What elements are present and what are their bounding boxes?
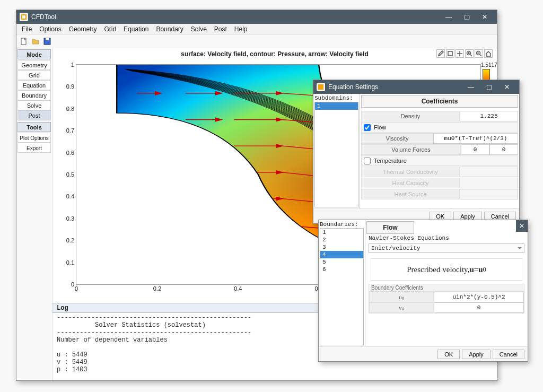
list-item[interactable]: 2 (320, 236, 363, 243)
mode-equation-button[interactable]: Equation (17, 80, 51, 90)
eq-titlebar[interactable]: Equation Settings — ▢ ✕ (313, 80, 519, 94)
heat-source-label: Heat Source (361, 189, 460, 199)
eq-minimize-button[interactable]: — (462, 80, 480, 94)
pan-icon[interactable] (456, 49, 464, 58)
menu-solve[interactable]: Solve (188, 25, 210, 33)
app-icon (317, 83, 325, 91)
list-item[interactable]: 6 (320, 266, 363, 273)
heat-capacity-input (460, 178, 518, 188)
viscosity-input[interactable]: mu0*(T-Tref)^(2/3) (433, 133, 518, 144)
list-item[interactable]: 1 (315, 102, 358, 110)
subdomain-list[interactable]: 1 (314, 102, 358, 207)
open-file-icon[interactable] (31, 37, 40, 46)
density-input[interactable]: 1.225 (460, 111, 518, 121)
bc-type-select[interactable]: Inlet/velocity (369, 243, 524, 253)
boundary-coef-pane: Flow Navier-Stokes Equations Inlet/veloc… (365, 220, 528, 346)
app-icon (20, 13, 28, 21)
ytick: 0.8 (66, 106, 76, 112)
close-button[interactable]: ✕ (476, 10, 494, 24)
mode-post-button[interactable]: Post (17, 110, 51, 120)
bn-ok-button[interactable]: OK (437, 350, 460, 359)
zoom-out-icon[interactable] (475, 49, 483, 58)
temperature-group[interactable]: Temperature (361, 155, 518, 166)
menu-equation[interactable]: Equation (120, 25, 152, 33)
volume-force-x-input[interactable]: 0 (461, 144, 489, 155)
edit-icon[interactable] (436, 49, 445, 58)
coefficients-tab[interactable]: Coefficients (361, 95, 518, 108)
temperature-checkbox[interactable] (364, 158, 371, 164)
volume-force-y-input[interactable]: 0 (489, 144, 518, 155)
main-titlebar[interactable]: CFDTool — ▢ ✕ (16, 10, 497, 24)
list-item[interactable]: 4 (320, 251, 363, 258)
ytick: 0.7 (66, 127, 76, 134)
menu-post[interactable]: Post (211, 25, 230, 33)
zoom-in-icon[interactable] (465, 49, 474, 58)
menu-grid[interactable]: Grid (101, 25, 119, 33)
flow-group[interactable]: Flow (361, 122, 518, 133)
boundary-pane: Boundaries: 123456 (319, 220, 365, 346)
save-file-icon[interactable] (43, 37, 51, 46)
ytick: 1 (71, 62, 76, 68)
boundary-list[interactable]: 123456 (320, 228, 364, 345)
list-item[interactable]: 1 (320, 229, 363, 236)
bn-cancel-button[interactable]: Cancel (493, 350, 524, 359)
v0-label: v₀ (369, 302, 434, 313)
ytick: 0.6 (66, 150, 76, 156)
mode-grid-button[interactable]: Grid (17, 70, 51, 80)
tool-plot-options-button[interactable]: Plot Options (17, 133, 51, 143)
ytick: 0.5 (66, 171, 76, 178)
list-item[interactable]: 3 (320, 243, 363, 251)
mode-boundary-button[interactable]: Boundary (17, 90, 51, 100)
mode-header: Mode (17, 49, 51, 59)
mode-solve-button[interactable]: Solve (17, 100, 51, 110)
thermal-conductivity-input (460, 167, 518, 177)
bn-close-button[interactable]: ✕ (516, 220, 528, 232)
eq-title: Equation Settings (328, 83, 378, 91)
svg-rect-2 (21, 38, 26, 45)
flow-label: Flow (374, 124, 386, 130)
coefficients-pane: Coefficients Density 1.225 Flow Viscosit… (360, 94, 519, 208)
density-label: Density (361, 111, 460, 121)
bn-dialog-footer: OK Apply Cancel (319, 346, 528, 361)
boundaries-label: Boundaries: (320, 221, 364, 228)
menu-file[interactable]: File (19, 25, 35, 33)
svg-rect-5 (448, 51, 452, 56)
menu-geometry[interactable]: Geometry (66, 25, 100, 33)
menu-options[interactable]: Options (36, 25, 64, 33)
minimize-button[interactable]: — (440, 10, 458, 24)
flow-tab[interactable]: Flow (366, 221, 414, 234)
bc-header: Boundary Coefficients (369, 284, 524, 292)
heat-capacity-label: Heat Capacity (361, 178, 460, 188)
thermal-conductivity-label: Thermal Conductivity (361, 167, 460, 177)
u0-input[interactable]: uin*2*(y-0.5)^2 (434, 292, 524, 302)
mode-sidebar: Mode GeometryGridEquationBoundarySolvePo… (16, 48, 52, 380)
maximize-button[interactable]: ▢ (458, 10, 476, 24)
eq-close-button[interactable]: ✕ (498, 80, 516, 94)
u0-label: u₀ (369, 292, 434, 302)
tool-export-button[interactable]: Export (17, 143, 51, 153)
main-title: CFDTool (31, 13, 56, 21)
menu-boundary[interactable]: Boundary (153, 25, 186, 33)
new-file-icon[interactable] (20, 37, 28, 46)
ytick: 0.4 (66, 193, 76, 199)
xtick: 0.2 (153, 284, 161, 292)
menubar: FileOptionsGeometryGridEquationBoundaryS… (16, 24, 497, 34)
ytick: 0.3 (66, 215, 76, 222)
volume-forces-label: Volume Forces (361, 144, 461, 155)
ytick: 0.9 (66, 83, 76, 90)
subdomain-pane: Subdomains: 1 (313, 94, 360, 208)
menu-help[interactable]: Help (231, 25, 251, 33)
select-icon[interactable] (446, 49, 454, 58)
bn-apply-button[interactable]: Apply (462, 350, 491, 359)
eq-maximize-button[interactable]: ▢ (480, 80, 498, 94)
equation-settings-dialog: Equation Settings — ▢ ✕ Subdomains: 1 Co… (313, 80, 520, 224)
v0-input[interactable]: 0 (434, 302, 524, 313)
mode-geometry-button[interactable]: Geometry (17, 60, 51, 70)
boundary-coefficients-section: Boundary Coefficients u₀ uin*2*(y-0.5)^2… (369, 284, 524, 313)
heat-source-input (460, 189, 518, 199)
home-icon[interactable] (484, 49, 493, 58)
flow-checkbox[interactable] (364, 124, 371, 131)
list-item[interactable]: 5 (320, 258, 363, 266)
equation-name: Navier-Stokes Equations (366, 234, 527, 242)
ytick: 0.2 (66, 237, 76, 243)
